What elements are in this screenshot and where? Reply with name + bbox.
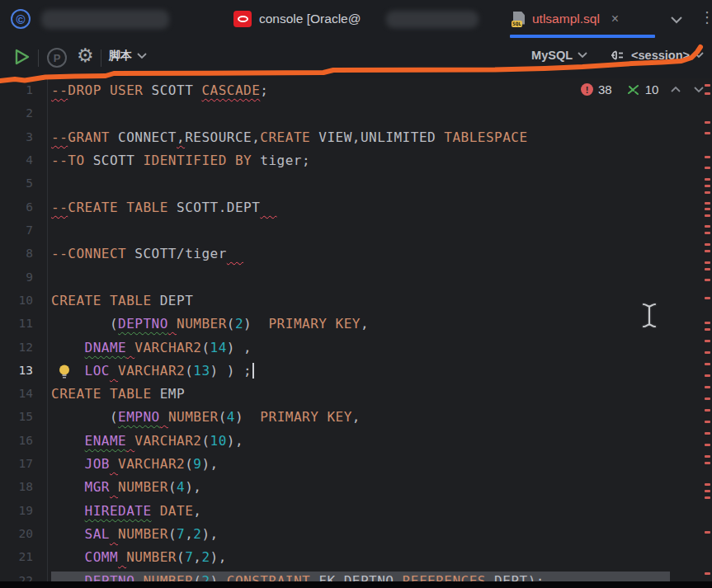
code-line-5[interactable]: 5 (0, 173, 712, 196)
oracle-icon (233, 11, 252, 27)
error-stripe-mark[interactable] (705, 322, 710, 324)
error-stripe-mark[interactable] (705, 444, 710, 446)
text-caret (252, 363, 254, 379)
code-editor[interactable]: 1--DROP USER SCOTT CASCADE;23--GRANT CON… (0, 78, 712, 581)
error-stripe-mark[interactable] (705, 214, 710, 217)
dialect-label: MySQL (531, 49, 573, 62)
code-line-6[interactable]: 6--CREATE TABLE SCOTT.DEPT (0, 197, 712, 220)
error-stripe-mark[interactable] (705, 191, 710, 194)
error-stripe-mark[interactable] (705, 455, 710, 458)
error-stripe-mark[interactable] (705, 225, 710, 228)
line-number: 13 (0, 364, 33, 377)
close-tab-icon[interactable]: × (611, 12, 619, 26)
code-line-9[interactable]: 9 (0, 267, 712, 290)
error-stripe-mark[interactable] (705, 490, 710, 492)
error-stripe-mark[interactable] (705, 328, 710, 331)
line-number: 5 (0, 176, 33, 190)
inspections-widget[interactable]: ! 38 10 (581, 82, 705, 96)
code-text: DNAME VARCHAR2(14) , (51, 340, 252, 355)
code-text: --TO SCOTT IDENTIFIED BY tiger; (51, 153, 310, 168)
code-line-10[interactable]: 10CREATE TABLE DEPT (0, 290, 712, 313)
code-text: COMM NUMBER(7,2), (51, 549, 227, 565)
error-stripe-mark[interactable] (705, 462, 710, 464)
error-stripe-mark[interactable] (705, 243, 710, 246)
error-stripe-mark[interactable] (705, 496, 710, 499)
line-number: 1 (0, 83, 33, 96)
error-stripe-mark[interactable] (705, 84, 710, 87)
line-number: 4 (0, 153, 33, 167)
code-line-13[interactable]: 13 LOC VARCHAR2(13) ) ; (0, 360, 712, 383)
error-stripe-mark[interactable] (705, 92, 710, 95)
line-number: 12 (0, 341, 33, 354)
code-line-14[interactable]: 14CREATE TABLE EMP (0, 383, 712, 407)
tab-console[interactable]: console [Oracle@ (233, 7, 361, 31)
code-text: LOC VARCHAR2(13) ) ; (51, 363, 254, 379)
code-line-19[interactable]: 19 HIREDATE DATE, (0, 501, 712, 524)
error-stripe-mark[interactable] (705, 397, 710, 400)
code-line-18[interactable]: 18 MGR NUMBER(4), (0, 477, 712, 500)
code-line-8[interactable]: 8--CONNECT SCOTT/tiger (0, 243, 712, 266)
error-stripe-mark[interactable] (705, 156, 710, 158)
error-stripe-mark[interactable] (705, 167, 710, 169)
pause-button[interactable]: P (47, 48, 67, 68)
tab-list-chevron-down-icon[interactable] (670, 12, 683, 27)
prev-problem-chevron-up-icon[interactable] (670, 86, 681, 93)
error-stripe-mark[interactable] (705, 432, 710, 435)
line-number: 11 (0, 317, 33, 330)
chevron-down-icon (137, 53, 147, 59)
error-stripe-mark[interactable] (705, 121, 710, 124)
code-line-17[interactable]: 17 JOB VARCHAR2(9), (0, 454, 712, 477)
code-line-15[interactable]: 15 (EMPNO NUMBER(4) PRIMARY KEY, (0, 407, 712, 430)
next-problem-chevron-down-icon[interactable] (693, 86, 705, 93)
error-stripe-mark[interactable] (705, 351, 710, 354)
tab-utlsampl-sql[interactable]: SQL utlsampl.sql × (512, 7, 619, 31)
error-stripe-mark[interactable] (705, 185, 710, 187)
error-stripe-mark[interactable] (705, 261, 710, 264)
code-line-22[interactable]: 22 DEPTNO NUMBER(2) CONSTRAINT FK_DEPTNO… (0, 571, 712, 581)
code-line-20[interactable]: 20 SAL NUMBER(7,2), (0, 524, 712, 547)
error-stripe-mark[interactable] (705, 374, 710, 377)
error-stripe-mark[interactable] (705, 178, 710, 181)
dialect-dropdown[interactable]: MySQL (531, 49, 587, 62)
run-button[interactable] (13, 48, 31, 69)
error-stripe-mark[interactable] (705, 250, 710, 252)
code-line-16[interactable]: 16 ENAME VARCHAR2(10), (0, 430, 712, 454)
line-number: 22 (0, 574, 33, 581)
line-number: 3 (0, 130, 33, 143)
error-stripe-mark[interactable] (705, 363, 710, 365)
error-stripe-mark[interactable] (705, 421, 710, 423)
error-stripe-mark[interactable] (705, 297, 710, 299)
code-line-11[interactable]: 11 (DEPTNO NUMBER(2) PRIMARY KEY, (0, 313, 712, 336)
code-line-3[interactable]: 3--GRANT CONNECT,RESOURCE,CREATE VIEW,UN… (0, 127, 712, 150)
error-stripe-mark[interactable] (705, 483, 710, 486)
more-options-icon[interactable]: ⋮ (700, 8, 712, 26)
line-number: 6 (0, 200, 33, 214)
line-number: 16 (0, 434, 33, 447)
session-dropdown[interactable]: <session> (611, 49, 704, 62)
error-stripe-mark[interactable] (705, 202, 710, 205)
line-number: 10 (0, 294, 33, 307)
code-line-21[interactable]: 21 COMM NUMBER(7,2), (0, 547, 712, 570)
line-number: 7 (0, 223, 33, 237)
error-stripe-mark[interactable] (705, 132, 710, 134)
gear-icon[interactable]: ⚙ (77, 45, 94, 66)
intention-bulb-icon[interactable] (58, 364, 71, 383)
code-line-12[interactable]: 12 DNAME VARCHAR2(14) , (0, 337, 712, 360)
code-line-2[interactable]: 2 (0, 103, 712, 126)
error-stripe-mark[interactable] (705, 208, 710, 210)
error-stripe-mark[interactable] (705, 232, 710, 234)
error-stripe-mark[interactable] (705, 386, 710, 388)
error-count: 38 (598, 82, 612, 96)
typo-icon (627, 84, 640, 96)
error-stripe-mark[interactable] (705, 409, 710, 412)
code-line-4[interactable]: 4--TO SCOTT IDENTIFIED BY tiger; (0, 150, 712, 173)
error-stripe-mark[interactable] (705, 572, 710, 575)
line-number: 2 (0, 106, 33, 120)
code-line-7[interactable]: 7 (0, 220, 712, 243)
script-dropdown[interactable]: 脚本 (109, 49, 147, 64)
chevron-down-icon (694, 52, 704, 59)
error-stripe-mark[interactable] (705, 279, 710, 281)
error-stripe-mark[interactable] (705, 531, 710, 534)
error-stripe-mark[interactable] (705, 340, 710, 342)
error-stripe-mark[interactable] (705, 268, 710, 270)
